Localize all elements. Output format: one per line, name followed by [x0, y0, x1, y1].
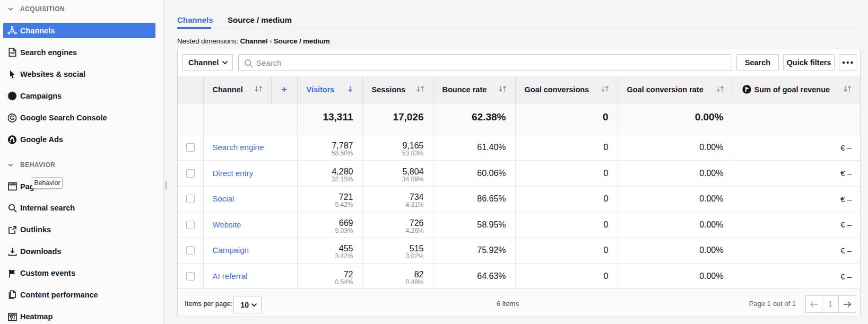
- svg-text:G: G: [10, 114, 14, 121]
